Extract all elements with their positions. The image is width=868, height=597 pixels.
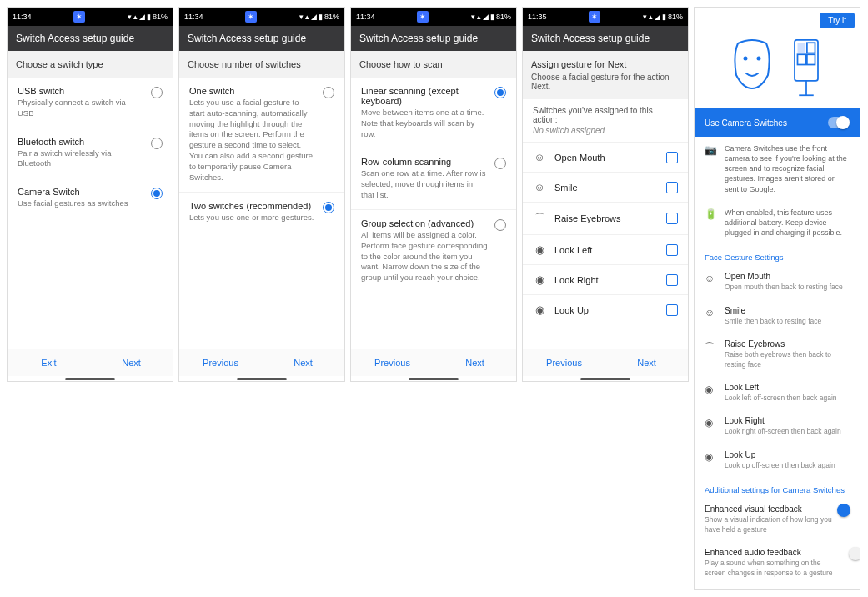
checkbox-icon [666,213,678,224]
radio-icon [151,138,163,149]
info-battery: 🔋When enabled, this feature uses additio… [695,201,860,244]
phone-icon [790,38,823,97]
eye-icon: ◉ [533,273,546,286]
option-camera-switch[interactable]: Camera SwitchUse facial gestures as swit… [8,178,173,218]
next-button[interactable]: Next [605,349,688,376]
svg-rect-6 [807,54,815,64]
status-bar: 11:34✶ ▾▴◢▮81% [351,8,516,26]
assigned-label: Switches you've assigned to this action: [523,99,688,126]
gesture-raise-eyebrows[interactable]: ⌒Raise Eyebrows [523,202,688,234]
radio-icon [151,188,163,199]
next-button[interactable]: Next [434,349,516,376]
next-button[interactable]: Next [262,349,344,376]
accessibility-app-icon: ✶ [417,11,429,23]
previous-button[interactable]: Previous [179,349,262,376]
option-usb-switch[interactable]: USB switchPhysically connect a switch vi… [8,78,173,128]
eyebrows-icon: ⌒ [705,340,716,354]
camera-icon: 📷 [705,143,716,194]
try-it-button[interactable]: Try it [820,13,855,28]
no-switch-text: No switch assigned [523,126,688,142]
checkbox-icon [666,274,678,286]
use-camera-switches-toggle[interactable]: Use Camera Switches [695,108,860,137]
gesture-open-mouth[interactable]: ☺Open Mouth [523,142,688,172]
section-heading: Choose a switch type [8,51,173,78]
exit-button[interactable]: Exit [8,349,90,376]
screen-num-switches: 11:34✶ ▾▴◢▮81% Switch Access setup guide… [178,7,345,382]
section-heading: Choose how to scan [351,51,516,78]
setting-look-right[interactable]: ◉Look RightLook right off-screen then ba… [695,409,860,443]
status-bar: 11:34 ✶ ▾▴◢▮81% [8,8,173,26]
illustration [695,33,860,108]
setting-audio-feedback[interactable]: Enhanced audio feedbackPlay a sound when… [695,541,860,584]
radio-icon [494,219,506,231]
status-bar: 11:35✶ ▾▴◢▮81% [523,8,688,26]
app-bar-title: Switch Access setup guide [523,26,688,51]
gesture-look-left[interactable]: ◉Look Left [523,234,688,264]
svg-rect-4 [807,43,815,53]
smile-icon: ☺ [705,307,716,319]
svg-rect-5 [798,54,806,64]
svg-rect-3 [798,43,806,53]
gesture-look-right[interactable]: ◉Look Right [523,264,688,294]
options-list: USB switchPhysically connect a switch vi… [8,78,173,349]
face-icon [731,38,773,90]
nav-pill[interactable] [409,378,459,380]
checkbox-icon [666,182,678,193]
radio-icon [494,87,506,98]
nav-pill[interactable] [237,378,287,380]
checkbox-icon [666,244,678,256]
nav-pill[interactable] [580,378,630,380]
next-button[interactable]: Next [90,349,173,376]
checkbox-icon [666,304,678,316]
screen-how-to-scan: 11:34✶ ▾▴◢▮81% Switch Access setup guide… [350,7,517,382]
eye-icon: ◉ [533,243,546,256]
section-heading: Assign gesture for Next Choose a facial … [523,51,688,99]
eye-icon: ◉ [705,417,716,429]
screen-assign-gesture: 11:35✶ ▾▴◢▮81% Switch Access setup guide… [522,7,689,382]
eye-icon: ◉ [705,384,716,395]
eye-icon: ◉ [533,304,546,316]
section-heading: Choose number of switches [179,51,344,78]
accessibility-app-icon: ✶ [245,11,257,23]
section-additional: Additional settings for Camera Switches [695,477,860,498]
radio-icon [494,158,506,169]
option-two-switches[interactable]: Two switches (recommended)Lets you use o… [179,193,344,232]
screen-camera-switches-settings: Try it Use Camera Switches 📷Camera Switc… [694,7,860,590]
toggle-icon [828,117,850,128]
gesture-smile[interactable]: ☺Smile [523,172,688,202]
eye-icon: ◉ [705,451,716,463]
option-row-column[interactable]: Row-column scanningScan one row at a tim… [351,148,516,209]
option-group-selection[interactable]: Group selection (advanced)All items will… [351,210,516,292]
option-one-switch[interactable]: One switchLets you use a facial gesture … [179,78,344,193]
nav-pill[interactable] [65,378,115,380]
app-bar-title: Switch Access setup guide [351,26,516,51]
accessibility-app-icon: ✶ [589,11,600,23]
open-mouth-icon: ☺ [533,151,546,163]
status-bar: 11:34✶ ▾▴◢▮81% [179,8,344,26]
battery-icon: 🔋 [705,208,716,238]
radio-icon [323,202,334,213]
status-time: 11:34 [13,13,32,21]
setting-smile[interactable]: ☺SmileSmile then back to resting face [695,299,860,333]
setting-visual-feedback[interactable]: Enhanced visual feedbackShow a visual in… [695,498,860,541]
previous-button[interactable]: Previous [351,349,434,376]
setting-keep-screen-on[interactable]: Keep screen onKeep the screen on when Ca… [695,584,860,590]
setting-look-up[interactable]: ◉Look UpLook up off-screen then back aga… [695,444,860,477]
app-bar-title: Switch Access setup guide [179,26,344,51]
eyebrows-icon: ⌒ [533,211,546,226]
previous-button[interactable]: Previous [523,349,605,376]
smile-icon: ☺ [533,181,546,193]
radio-icon [323,87,334,98]
gesture-look-up[interactable]: ◉Look Up [523,294,688,324]
screen-switch-type: 11:34 ✶ ▾▴◢▮81% Switch Access setup guid… [7,7,173,382]
radio-icon [151,87,163,98]
svg-point-0 [745,58,747,60]
setting-look-left[interactable]: ◉Look LeftLook left off-screen then back… [695,376,860,409]
setting-raise-eyebrows[interactable]: ⌒Raise EyebrowsRaise both eyebrows then … [695,333,860,376]
section-face-gesture: Face Gesture Settings [695,244,860,265]
option-linear-scanning[interactable]: Linear scanning (except keyboard)Move be… [351,78,516,148]
setting-open-mouth[interactable]: ☺Open MouthOpen mouth then back to resti… [695,265,860,298]
option-bluetooth-switch[interactable]: Bluetooth switchPair a switch wirelessly… [8,128,173,179]
open-mouth-icon: ☺ [705,273,716,284]
svg-point-1 [758,58,760,60]
